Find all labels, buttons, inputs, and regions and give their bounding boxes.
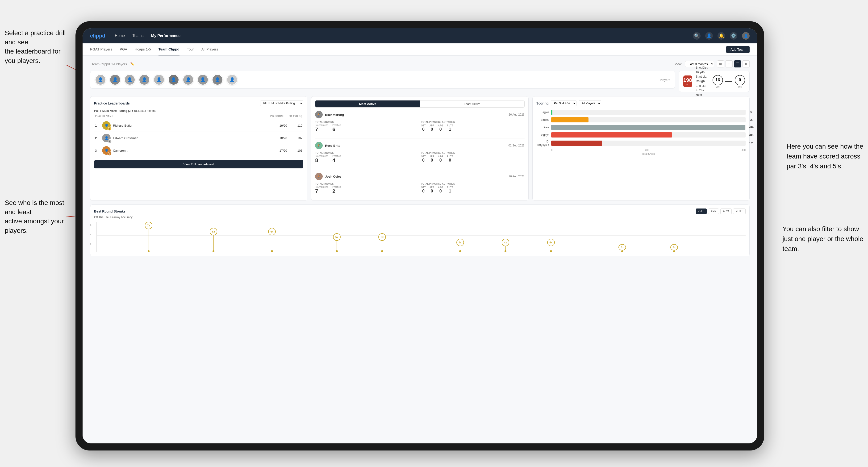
player-2-score: 18/20 [274,136,287,140]
yardage-left: 16 [713,75,723,85]
bar-row-eagles: Eagles 3 [536,110,746,115]
player-avatar-7[interactable]: 👤 [183,74,194,85]
player-activity-card-1: 🏌️ Blair McHarg 26 Aug 2023 Total Rounds [315,111,524,138]
annotation-right-2: You can also filter to show just one pla… [783,224,863,254]
player-activity-card-3: 🏌️ Josh Coles 26 Aug 2023 Total Rounds T… [315,173,524,197]
subnav-hcaps[interactable]: Hcaps 1-5 [135,43,151,55]
streaks-filters: OTT APP ARG PUTT [696,209,746,214]
nav-item-performance[interactable]: My Performance [151,34,181,38]
player-avatar-9[interactable]: 👤 [212,74,223,85]
nav-logo: clippd [90,33,105,39]
player-activity-card-2: 🏌️ Rees Britt 02 Sep 2023 Total Rounds T… [315,142,524,169]
streaks-btn-putt[interactable]: PUTT [733,209,746,214]
players-row: 👤 👤 👤 👤 👤 👤 👤 👤 👤 👤 Players [90,71,675,89]
player-3-name: Cameron... [113,149,272,152]
grid-sm-view-btn[interactable]: ⊞ [717,60,724,67]
show-controls: Show: Last 3 months Last 6 months Last y… [674,60,750,67]
pac-avatar-2: 🏌️ [315,142,323,149]
pac-header-3: 🏌️ Josh Coles 26 Aug 2023 [315,173,524,180]
silver-badge: 2 [108,139,112,143]
drill-subtitle: PUTT Must Make Putting (3-6 ft), Last 3 … [94,109,303,113]
add-team-button[interactable]: Add Team [726,46,750,53]
bar-row-dbogeys: D. Bogeys + 131 [536,140,746,147]
filter-view-btn[interactable]: ⇅ [743,60,750,67]
scoring-filter-2[interactable]: All Players [579,100,601,106]
streak-pin-4x-2: 4x [502,239,509,252]
settings-icon-btn[interactable]: ⚙️ [730,32,737,40]
subnav-team-clippd[interactable]: Team Clippd [158,43,180,55]
pac-rounds-section-2: Total Rounds Tournament 8 Practice 4 [315,152,418,166]
player-2-avatar: 👤 2 [102,134,111,142]
streaks-btn-arg[interactable]: ARG [720,209,732,214]
activity-panel: Most Active Least Active 🏌️ Blair McHarg… [311,96,528,201]
streak-pin-5x-2: 5x [378,233,386,252]
score-badge: 198 SC [683,75,692,87]
grid-lg-view-btn[interactable]: ⊟ [725,60,733,67]
nav-item-teams[interactable]: Teams [132,34,144,38]
streaks-panel: Best Round Streaks OTT APP ARG PUTT Off … [90,205,750,256]
leaderboard-title: Practice Leaderboards [94,101,130,105]
x-axis-label: Total Shots [551,152,746,155]
player-avatar-8[interactable]: 👤 [197,74,208,85]
player-1-avg: 110 [289,124,302,127]
list-view-btn[interactable]: ☰ [734,60,741,67]
annotation-left-2: See who is the most and least active amo… [5,198,71,235]
team-name: Team Clippd14 Players [90,62,127,66]
streaks-btn-ott[interactable]: OTT [696,209,707,214]
table-row: 1 👤 1 Richard Butler 19/20 110 [94,119,303,132]
player-avatar-10[interactable]: 👤 [227,74,238,85]
nav-item-home[interactable]: Home [115,34,125,38]
subnav-pga[interactable]: PGA [120,43,127,55]
table-row: 2 👤 2 Edward Crossman 18/20 107 [94,132,303,144]
streak-pin-3x-2: 3x [670,244,678,252]
person-icon-btn[interactable]: 👤 [705,32,713,40]
panels-grid: Practice Leaderboards PUTT Must Make Put… [90,96,750,201]
subnav-all-players[interactable]: All Players [202,43,218,55]
pac-name-1: Blair McHarg [325,113,344,117]
least-active-tab[interactable]: Least Active [420,100,524,107]
most-active-tab[interactable]: Most Active [315,100,420,107]
score-card-panel: 198 SC Shot Dist: 16 yds Start Lie: Roug… [679,71,750,92]
streaks-header: Best Round Streaks OTT APP ARG PUTT [94,209,746,214]
player-1-avatar: 👤 1 [102,121,111,130]
search-icon-btn[interactable]: 🔍 [693,32,701,40]
subnav-pgat[interactable]: PGAT Players [90,43,112,55]
score-yardages: 16 yds 0 yds [713,75,745,88]
bell-icon-btn[interactable]: 🔔 [717,32,725,40]
pac-activities-section-3: Total Practice Activities OTT 0 APP 0 [421,183,525,197]
player-avatar-6[interactable]: 👤 [168,74,179,85]
player-avatar-4[interactable]: 👤 [139,74,150,85]
streaks-btn-app[interactable]: APP [708,209,719,214]
subnav-tour[interactable]: Tour [187,43,194,55]
streaks-subtitle: Off The Tee, Fairway Accuracy [94,216,746,219]
scoring-filter-1[interactable]: Par 3, 4 & 5s Par 3 Par 4 Par 5 [551,100,577,106]
player-1-name: Richard Butler [113,124,272,127]
scoring-header: Scoring Par 3, 4 & 5s Par 3 Par 4 Par 5 … [536,100,746,106]
edit-team-icon[interactable]: ✏️ [130,62,134,66]
player-avatar-1[interactable]: 👤 [95,74,106,85]
player-avatar-2[interactable]: 👤 [110,74,121,85]
pac-player-1: 🏌️ Blair McHarg [315,111,344,118]
team-header: Team Clippd14 Players ✏️ Show: Last 3 mo… [90,60,750,67]
main-content: Team Clippd14 Players ✏️ Show: Last 3 mo… [83,56,757,443]
player-1-score: 19/20 [274,124,287,127]
pac-activities-section-2: Total Practice Activities OTT 0 APP 0 [421,152,525,166]
table-row: 3 👤 3 Cameron... 17/20 103 [94,144,303,157]
pac-name-3: Josh Coles [325,175,341,178]
leaderboard-panel: Practice Leaderboards PUTT Must Make Put… [90,96,307,201]
view-full-leaderboard-button[interactable]: View Full Leaderboard [94,160,303,168]
user-avatar[interactable]: 👤 [742,32,750,40]
player-avatar-3[interactable]: 👤 [124,74,135,85]
pac-date-2: 02 Sep 2023 [508,144,525,147]
yardage-connector [725,81,733,82]
streak-pin-4x-1: 4x [456,239,464,252]
bar-row-pars: Pars 499 [536,125,746,130]
show-label: Show: [674,62,682,66]
pac-rounds-section-1: Total Rounds Tournament 7 Practice 6 [315,121,418,135]
drill-select[interactable]: PUTT Must Make Putting... [260,100,303,106]
player-avatar-5[interactable]: 👤 [154,74,164,85]
streak-pin-6x-2: 6x [268,228,276,252]
sub-nav: PGAT Players PGA Hcaps 1-5 Team Clippd T… [83,43,757,56]
annotation-right-1: Here you can see how the team have score… [786,142,863,171]
x-axis: 0 200 400 [551,149,746,151]
